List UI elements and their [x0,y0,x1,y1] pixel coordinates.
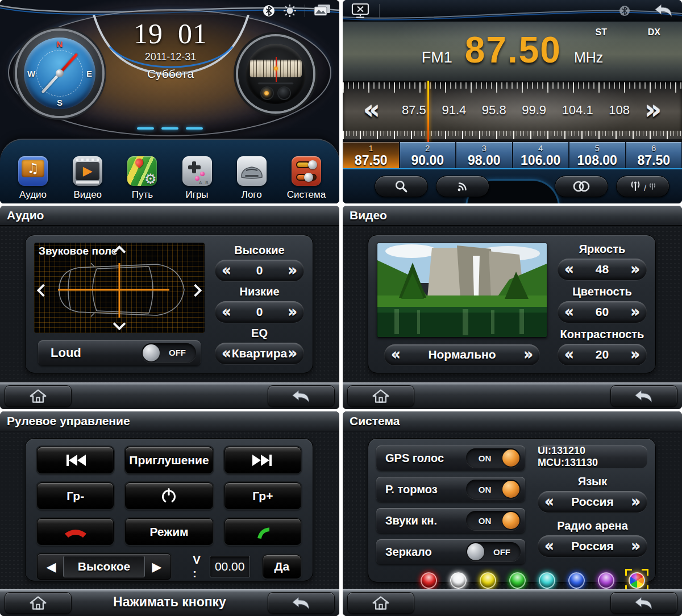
balance-right-icon[interactable] [189,284,202,297]
radio-area-spinner[interactable]: « Россия » [538,535,647,557]
return-button[interactable] [268,592,335,614]
saturation-group: Цветность « 60 » [558,285,647,323]
panel-steering-wheel-control: Рулевое управление Приглушение [0,411,339,616]
next-icon[interactable]: » [631,494,641,509]
home-icon [29,595,47,611]
key-beep-toggle[interactable]: ON [466,511,521,530]
preset-scan-button[interactable] [436,176,489,197]
theme-color-green[interactable] [509,572,526,589]
audio-content: Звуковое поле [0,226,339,383]
language-spinner[interactable]: « Россия » [538,491,647,513]
preset-2[interactable]: 290.00 [400,142,456,168]
decrease-icon[interactable]: « [222,305,231,319]
antenna-icon [629,180,642,193]
dock-item-games[interactable]: A B Игры [171,156,223,201]
theme-color-purple[interactable] [598,572,614,589]
previous-icon[interactable]: « [222,346,231,361]
home-button[interactable] [5,592,72,614]
theme-color-white[interactable] [450,572,467,589]
tuning-scale[interactable]: « 87.591.495.899.9104.1108 » [343,81,682,142]
preset-5[interactable]: 5108.00 [569,142,625,168]
brightness-spinner[interactable]: « 48 » [558,259,647,280]
home-button[interactable] [347,385,414,407]
mute-button[interactable]: Приглушение [125,447,213,473]
scan-search-button[interactable] [375,176,428,197]
scale-ticks-top [343,82,682,93]
next-track-button[interactable] [224,447,301,473]
theme-color-yellow[interactable] [480,572,496,589]
home-button[interactable] [5,385,72,407]
power-button[interactable] [125,482,213,509]
next-icon[interactable]: » [631,539,641,553]
brightness-icon [283,4,297,18]
seek-up-button[interactable]: » [644,97,662,123]
firmware-version-badge: UI:131210 MCU:131130 [538,446,647,468]
theme-color-blue[interactable] [568,572,585,589]
next-icon[interactable]: » [288,346,297,361]
saturation-spinner[interactable]: « 60 » [558,301,647,323]
stereo-mono-button[interactable] [555,176,608,197]
theme-color-rainbow-selected[interactable] [627,571,646,590]
loudness-toggle[interactable]: OFF [142,343,196,363]
page-indicator-dashes[interactable] [137,127,203,130]
home-icon [372,595,390,611]
local-dx-button[interactable]: / [616,176,669,197]
level-next-button[interactable]: ▶ [145,556,169,577]
previous-icon[interactable]: « [391,347,401,362]
bass-spinner[interactable]: « 0 » [215,301,304,323]
contrast-label: Контрастность [558,328,647,341]
previous-track-button[interactable] [37,447,114,473]
dock-item-system[interactable]: Система [280,156,332,201]
answer-call-button[interactable] [224,518,301,545]
contrast-spinner[interactable]: « 20 » [558,344,647,365]
return-button[interactable] [610,385,677,407]
dock-item-logo[interactable]: Лого [226,156,278,201]
sound-field-pad[interactable]: Звуковое поле [34,243,205,333]
video-mode-spinner[interactable]: « Нормально » [384,344,540,365]
previous-icon[interactable]: « [544,494,554,509]
preset-4[interactable]: 4106.00 [513,142,569,168]
treble-spinner[interactable]: « 0 » [215,260,304,281]
mode-button[interactable]: Режим [125,518,213,545]
increase-icon[interactable]: » [630,305,640,319]
confirm-button[interactable]: Да [263,555,301,578]
gps-voice-label: GPS голос [385,452,444,465]
eq-spinner[interactable]: « Квартира » [215,343,304,364]
return-button[interactable] [268,385,335,407]
preset-1[interactable]: 187.50 [343,142,399,168]
gps-voice-toggle[interactable]: ON [466,448,521,468]
increase-icon[interactable]: » [288,263,297,278]
antenna-small-icon [648,182,656,191]
mirror-toggle[interactable]: OFF [466,542,521,561]
back-button[interactable] [654,3,674,19]
decrease-icon[interactable]: « [564,262,574,277]
theme-color-red[interactable] [421,572,437,589]
gallery-icon[interactable] [313,3,331,18]
dock-item-audio[interactable]: ♫ Аудио [7,156,59,201]
selection-bracket [625,569,632,576]
display-off-button[interactable] [351,3,370,20]
next-icon[interactable]: » [523,347,533,362]
increase-icon[interactable]: » [288,305,297,319]
level-previous-button[interactable]: ◀ [39,556,63,577]
home-button[interactable] [347,592,414,614]
volume-down-button[interactable]: Гр- [37,482,114,509]
theme-color-row [376,571,647,590]
voltage-label: V : [193,553,204,580]
return-button[interactable] [610,592,677,614]
decrease-icon[interactable]: « [564,305,574,319]
preset-3[interactable]: 398.00 [456,142,512,168]
dock-item-video[interactable]: ▶ Видео [61,156,114,201]
preset-6[interactable]: 687.50 [626,142,682,168]
parking-brake-toggle[interactable]: ON [466,480,521,499]
increase-icon[interactable]: » [630,262,640,277]
balance-left-icon[interactable] [37,284,50,297]
hang-up-button[interactable] [37,518,114,545]
decrease-icon[interactable]: « [222,263,231,278]
volume-up-button[interactable]: Гр+ [224,482,301,509]
decrease-icon[interactable]: « [564,347,574,362]
dock-item-navigation[interactable]: ⚙ Путь [116,156,168,201]
previous-icon[interactable]: « [544,539,554,553]
theme-color-cyan[interactable] [539,572,555,589]
increase-icon[interactable]: » [630,347,640,362]
